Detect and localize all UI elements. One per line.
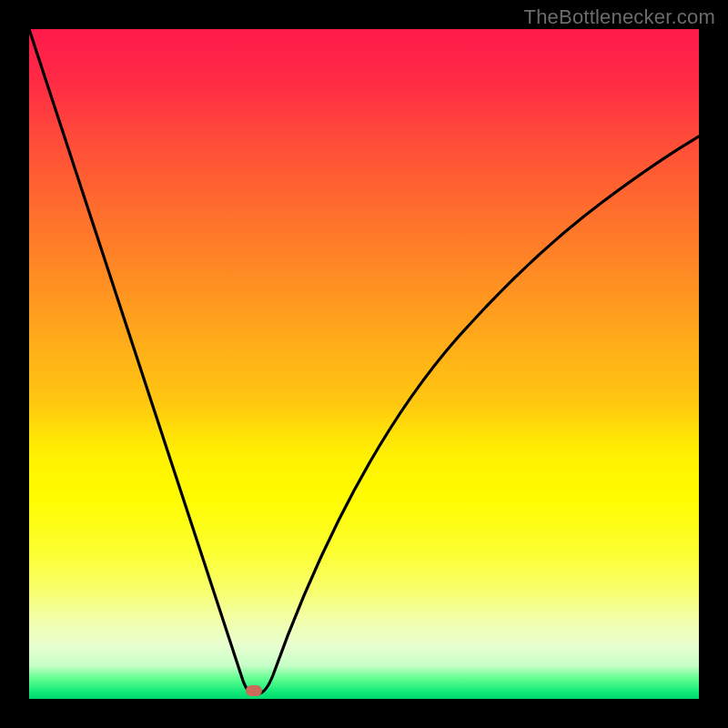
chart-frame: TheBottlenecker.com	[0, 0, 728, 728]
curve-svg	[29, 29, 699, 699]
plot-area	[29, 29, 699, 699]
optimal-marker	[246, 685, 262, 696]
bottleneck-curve-path	[29, 29, 699, 693]
watermark-text: TheBottlenecker.com	[524, 5, 715, 29]
